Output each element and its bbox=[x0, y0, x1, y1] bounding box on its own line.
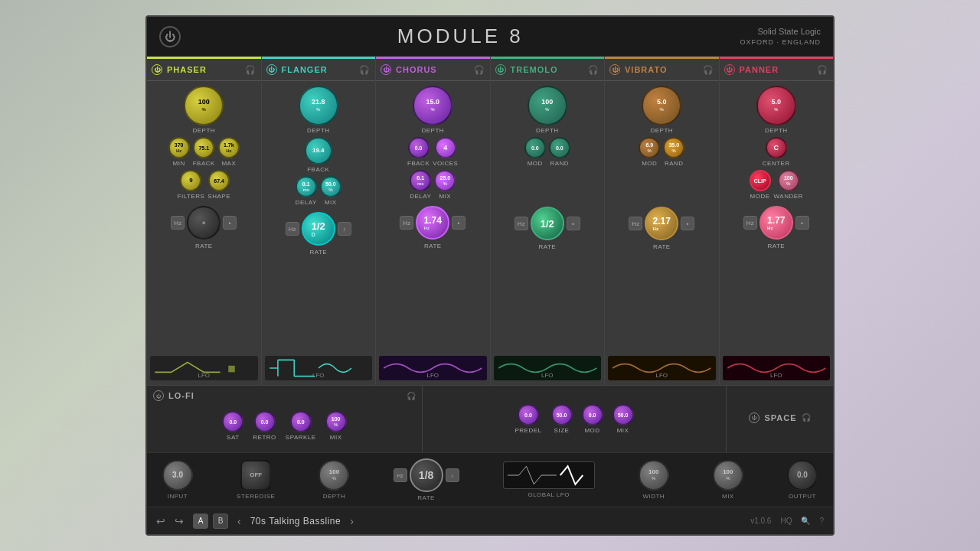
search-icon[interactable]: 🔍 bbox=[801, 517, 810, 525]
global-rate-hz[interactable]: Hz bbox=[394, 468, 407, 482]
panner-depth-knob[interactable]: 5.0% bbox=[756, 86, 796, 126]
flanger-delay-knob[interactable]: 0.1ms bbox=[296, 176, 317, 197]
vibrato-mod-knob[interactable]: 6.9% bbox=[639, 137, 660, 158]
flanger-fback-knob[interactable]: 19.4 bbox=[305, 137, 332, 165]
tremolo-rand-knob[interactable]: 0.0 bbox=[549, 137, 570, 158]
vibrato-rate-hz[interactable]: Hz bbox=[629, 217, 642, 230]
width-group: 100% WIDTH bbox=[639, 460, 669, 500]
panner-rate-knob[interactable]: 1.77 Hz bbox=[760, 206, 793, 240]
vibrato-rate-knob[interactable]: 2.17 Hz bbox=[645, 207, 678, 240]
vibrato-depth-knob[interactable]: 5.0% bbox=[642, 86, 681, 126]
phaser-rate-knob[interactable]: ● bbox=[187, 206, 220, 240]
chorus-headphones[interactable]: 🎧 bbox=[474, 65, 485, 75]
global-rate-note[interactable]: ♪ bbox=[446, 468, 459, 482]
help-icon[interactable]: ? bbox=[819, 517, 824, 525]
depth-global-knob[interactable]: 100% bbox=[318, 460, 349, 491]
phaser-max-knob[interactable]: 1.7kHz bbox=[218, 137, 240, 158]
hq-label[interactable]: HQ bbox=[780, 517, 792, 525]
tremolo-rate-knob[interactable]: 1/2 bbox=[531, 207, 564, 240]
lofi-headphones[interactable]: 🎧 bbox=[407, 392, 416, 400]
undo-button[interactable]: ↩ bbox=[156, 515, 165, 527]
flanger-mix-knob[interactable]: 50.0% bbox=[320, 176, 341, 197]
flanger-body: 21.8% DEPTH 19.4 FBACK 0.1ms DELAY bbox=[262, 81, 376, 385]
phaser-fback-center-knob[interactable]: 75.1 bbox=[193, 137, 214, 158]
bottom-bar: ↩ ↪ A B ‹ 70s Talking Bassline › v1.0.6 … bbox=[147, 507, 833, 534]
panner-rate-note[interactable]: ▪ bbox=[795, 216, 809, 230]
flanger-depth-knob[interactable]: 21.8% bbox=[299, 86, 338, 126]
lofi-sparkle-knob[interactable]: 0.0 bbox=[290, 411, 312, 432]
tremolo-headphones[interactable]: 🎧 bbox=[588, 65, 599, 75]
flanger-rate-note[interactable]: ♪ bbox=[338, 222, 351, 236]
reverb-size-knob[interactable]: 50.0 bbox=[551, 404, 573, 425]
space-power[interactable]: ⏻ bbox=[749, 412, 760, 423]
phaser-rate-hz[interactable]: Hz bbox=[171, 216, 185, 230]
reverb-mod-knob[interactable]: 0.0 bbox=[582, 404, 603, 425]
chorus-rate-knob[interactable]: 1.74 Hz bbox=[416, 206, 449, 240]
width-knob[interactable]: 100% bbox=[639, 460, 669, 491]
chorus-body: 15.0% DEPTH 0.0 FBACK 4 bbox=[376, 81, 490, 385]
svg-line-9 bbox=[534, 475, 541, 484]
vibrato-headphones[interactable]: 🎧 bbox=[703, 65, 714, 75]
phaser-power[interactable]: ⏻ bbox=[152, 64, 162, 75]
mix-global-knob[interactable]: 100% bbox=[713, 460, 743, 491]
next-preset-button[interactable]: › bbox=[350, 515, 354, 527]
vibrato-rand-knob[interactable]: 35.0% bbox=[663, 137, 684, 158]
tremolo-rate-hz[interactable]: Hz bbox=[514, 217, 528, 230]
reverb-section: 0.0 PREDEL 50.0 SIZE 0.0 MOD 50.0 bbox=[423, 386, 726, 452]
vibrato-rate-note[interactable]: ▪ bbox=[681, 217, 694, 230]
reverb-predel-knob[interactable]: 0.0 bbox=[518, 404, 539, 425]
lofi-retro-knob[interactable]: 0.0 bbox=[254, 411, 276, 432]
tremolo-depth-knob[interactable]: 100% bbox=[528, 86, 567, 126]
redo-button[interactable]: ↪ bbox=[175, 515, 184, 527]
mix-global-group: 100% MIX bbox=[713, 460, 743, 500]
tremolo-mod-knob[interactable]: 0.0 bbox=[524, 137, 546, 158]
phaser-filters-knob[interactable]: 9 bbox=[180, 170, 201, 191]
panner-rate-hz[interactable]: Hz bbox=[743, 216, 757, 230]
chorus-voices-knob[interactable]: 4 bbox=[435, 137, 456, 158]
phaser-headphones[interactable]: 🎧 bbox=[245, 65, 256, 75]
panner-wander-knob[interactable]: 100% bbox=[778, 170, 799, 191]
input-knob[interactable]: 3.0 bbox=[162, 460, 193, 491]
tremolo-header: ⏻ TREMOLO 🎧 bbox=[491, 57, 605, 81]
lofi-power[interactable]: ⏻ bbox=[153, 390, 164, 401]
stereoise-knob[interactable]: OFF bbox=[240, 460, 271, 491]
lofi-mix-knob[interactable]: 100% bbox=[325, 411, 347, 432]
vibrato-lfo: LFO bbox=[608, 356, 716, 380]
chorus-power[interactable]: ⏻ bbox=[381, 64, 391, 75]
chorus-mix-knob[interactable]: 25.0% bbox=[434, 170, 456, 191]
phaser-shape-knob[interactable]: 67.4 bbox=[208, 170, 230, 191]
chorus-depth-knob[interactable]: 15.0% bbox=[413, 86, 452, 126]
vibrato-module: ⏻ VIBRATO 🎧 5.0% DEPTH 6.9% MOD bbox=[605, 57, 720, 385]
panner-power[interactable]: ⏻ bbox=[724, 64, 735, 75]
tremolo-power[interactable]: ⏻ bbox=[495, 64, 506, 75]
lofi-header: ⏻ LO-FI 🎧 bbox=[153, 390, 416, 401]
prev-preset-button[interactable]: ‹ bbox=[237, 515, 241, 527]
output-knob[interactable]: 0.0 bbox=[787, 460, 818, 491]
chorus-fback-knob[interactable]: 0.0 bbox=[408, 137, 430, 158]
phaser-depth-knob[interactable]: 100% bbox=[184, 86, 224, 126]
tremolo-rate-note[interactable]: ▪ bbox=[567, 217, 580, 230]
reverb-mix-knob[interactable]: 50.0 bbox=[612, 404, 634, 425]
power-button[interactable]: ⏻ bbox=[159, 26, 181, 47]
flanger-headphones[interactable]: 🎧 bbox=[359, 65, 371, 75]
panner-center-knob[interactable]: C bbox=[766, 137, 787, 158]
vibrato-power[interactable]: ⏻ bbox=[609, 64, 620, 75]
global-rate-knob[interactable]: 1/8 bbox=[410, 458, 443, 492]
panner-headphones[interactable]: 🎧 bbox=[817, 65, 828, 75]
a-button[interactable]: A bbox=[193, 514, 208, 529]
phaser-module: ⏻ PHASER 🎧 100% DEPTH 370Hz MIN bbox=[147, 57, 262, 385]
chorus-delay-knob[interactable]: 0.1ms bbox=[410, 170, 431, 191]
flanger-power[interactable]: ⏻ bbox=[266, 64, 277, 75]
flanger-rate-hz[interactable]: Hz bbox=[286, 222, 299, 236]
chorus-rate-note[interactable]: ▪ bbox=[452, 216, 466, 230]
chorus-rate-hz[interactable]: Hz bbox=[400, 216, 413, 230]
space-headphones[interactable]: 🎧 bbox=[802, 413, 811, 422]
phaser-rate-note[interactable]: ▪ bbox=[223, 216, 237, 230]
b-button[interactable]: B bbox=[213, 514, 228, 529]
lofi-sat-knob[interactable]: 0.0 bbox=[222, 411, 243, 432]
phaser-min-knob[interactable]: 370Hz bbox=[168, 137, 190, 158]
panner-clip-knob[interactable]: CLIP bbox=[750, 170, 771, 191]
vibrato-body: 5.0% DEPTH 6.9% MOD 35.0% bbox=[605, 81, 719, 385]
main-window: ⏻ MODULE 8 Solid State Logic OXFORD · EN… bbox=[145, 15, 835, 536]
flanger-rate-knob[interactable]: 1/2 D bbox=[302, 212, 335, 246]
